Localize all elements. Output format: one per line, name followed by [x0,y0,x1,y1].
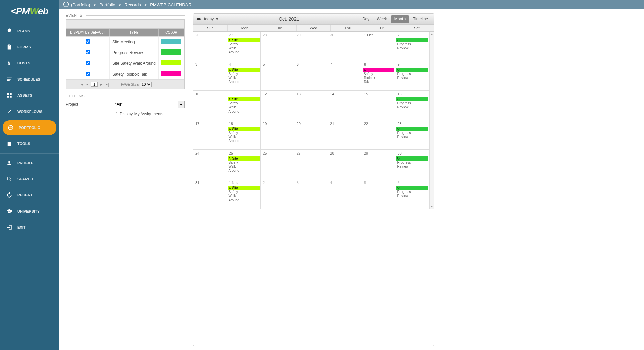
sidebar-item-workflows[interactable]: WORKFLOWS [0,103,59,120]
calendar-cell[interactable]: 1 Nov↻ SiteSafetyWalkAround [227,179,261,209]
sidebar-item-assets[interactable]: ASSETS [0,87,59,103]
event-type-row[interactable]: Site Meeting [66,36,184,47]
event-checkbox[interactable] [86,72,90,76]
calendar-cell[interactable]: 14 [328,91,362,120]
event-type-row[interactable]: Progress Review [66,47,184,58]
calendar-cell[interactable]: 7 [328,61,362,90]
sidebar-item-university[interactable]: UNIVERSITY [0,203,59,219]
calendar-event[interactable]: ↻ [396,38,428,42]
project-dropdown-btn[interactable]: ▾ [178,101,184,108]
calendar-cell[interactable]: 27 [294,150,328,179]
calendar-cell[interactable]: 12 [261,91,294,120]
calendar-cell[interactable]: 15 [362,91,396,120]
sidebar-item-recent[interactable]: RECENT [0,187,59,203]
assignments-checkbox[interactable] [113,112,117,116]
calendar-cell[interactable]: 3 [294,179,328,209]
page-size-select[interactable]: 10 [140,82,152,87]
pager-next-icon[interactable]: ▸ [99,82,104,87]
view-week[interactable]: Week [373,15,390,23]
calendar-event[interactable]: ↻ [396,186,428,190]
pager-prev-icon[interactable]: ◂ [85,82,90,87]
today-button[interactable]: today▼ [204,17,219,21]
calendar-cell[interactable]: 29 [294,32,328,61]
calendar-event[interactable]: ↻ [396,156,428,161]
calendar-cell[interactable]: 11↻ SiteSafetyWalkAround [227,91,261,120]
calendar-cell[interactable]: 21 [328,120,362,149]
calendar-cell[interactable]: 26 [193,32,227,61]
calendar-cell[interactable]: 22 [362,120,396,149]
project-combo[interactable]: ▾ [113,101,185,108]
calendar-cell[interactable]: 17 [193,120,227,149]
calendar-event[interactable]: ↻ [396,97,428,101]
calendar-cell[interactable]: 24 [193,150,227,179]
col-color[interactable]: COLOR [159,29,184,36]
col-display[interactable]: DISPLAY BY DEFAULT [66,29,110,36]
calendar-scrollbar[interactable]: ▲ ▼ [429,32,434,209]
sidebar-item-portfolio[interactable]: PORTFOLIO [3,120,56,135]
calendar-cell[interactable]: 2↻ ProgressReview [395,32,429,61]
calendar-cell[interactable]: 25↻ SiteSafetyWalkAround [227,150,261,179]
calendar-cell[interactable]: 8↻ SafetyToolboxTak [362,61,396,90]
calendar-event[interactable]: ↻ Site [228,97,260,101]
calendar-cell[interactable]: 9↻ ProgressReview [395,61,429,90]
calendar-event[interactable]: ↻ Site [228,68,260,72]
calendar-cell[interactable]: 16↻ ProgressReview [395,91,429,120]
calendar-cell[interactable]: 5 [261,61,294,90]
event-checkbox[interactable] [86,39,90,44]
calendar-cell[interactable]: 23↻ ProgressReview [395,120,429,149]
cal-prev-icon[interactable]: ◀ [196,17,199,21]
pager-last-icon[interactable]: ▸| [105,82,110,87]
calendar-cell[interactable]: 30↻ ProgressReview [395,150,429,179]
calendar-cell[interactable]: 6 [294,61,328,90]
scroll-down-icon[interactable]: ▼ [430,205,433,208]
calendar-cell[interactable]: 20 [294,120,328,149]
sidebar-item-profile[interactable]: PROFILE [0,155,59,171]
calendar-event[interactable]: ↻ Site [228,127,260,131]
calendar-cell[interactable]: 4 [328,179,362,209]
pager-page-input[interactable] [91,82,98,87]
calendar-cell[interactable]: 19 [261,120,294,149]
sidebar-item-search[interactable]: SEARCH [0,171,59,187]
view-day[interactable]: Day [359,15,373,23]
calendar-cell[interactable]: 27↻ SiteSafetyWalkAround [227,32,261,61]
event-type-row[interactable]: Safety Toolbox Talk [66,69,184,79]
col-type[interactable]: TYPE [110,29,159,36]
calendar-cell[interactable]: 29 [362,150,396,179]
calendar-event[interactable]: ↻ [396,127,428,131]
event-checkbox[interactable] [86,61,90,65]
calendar-cell[interactable]: 4↻ SiteSafetyWalkAround [227,61,261,90]
calendar-cell[interactable]: 5 [362,179,396,209]
view-month[interactable]: Month [391,15,409,23]
project-input[interactable] [113,101,178,108]
calendar-cell[interactable]: 28 [261,32,294,61]
sidebar-item-tools[interactable]: TOOLS [0,136,59,152]
breadcrumb-part[interactable]: Records [124,2,141,7]
calendar-cell[interactable]: 13 [294,91,328,120]
view-timeline[interactable]: Timeline [410,15,431,23]
event-checkbox[interactable] [86,50,90,54]
calendar-cell[interactable]: 31 [193,179,227,209]
sidebar-item-schedules[interactable]: SCHEDULES [0,71,59,87]
sidebar-item-exit[interactable]: EXIT [0,219,59,235]
calendar-event[interactable]: ↻ Site [228,186,260,190]
calendar-event[interactable]: ↻ [396,68,428,72]
calendar-cell[interactable]: 2 [261,179,294,209]
calendar-event[interactable]: ↻ Site [228,38,260,42]
calendar-cell[interactable]: 3 [193,61,227,90]
calendar-cell[interactable]: 6↻ ProgressReview [395,179,429,209]
sidebar-item-plans[interactable]: PLANS [0,23,59,39]
logo[interactable]: <PMWeb [0,0,59,23]
scroll-up-icon[interactable]: ▲ [430,32,433,36]
info-icon[interactable] [63,1,69,8]
calendar-cell[interactable]: 10 [193,91,227,120]
calendar-event[interactable]: ↻ [363,68,395,72]
calendar-cell[interactable]: 1 Oct [362,32,396,61]
event-type-row[interactable]: Site Safety Walk Around [66,58,184,69]
breadcrumb-part[interactable]: Portfolio [99,2,115,7]
pager-first-icon[interactable]: |◂ [79,82,84,87]
calendar-cell[interactable]: 28 [328,150,362,179]
calendar-cell[interactable]: 26 [261,150,294,179]
sidebar-item-costs[interactable]: $COSTS [0,55,59,71]
calendar-cell[interactable]: 18↻ SiteSafetyWalkAround [227,120,261,149]
sidebar-item-forms[interactable]: FORMS [0,39,59,55]
